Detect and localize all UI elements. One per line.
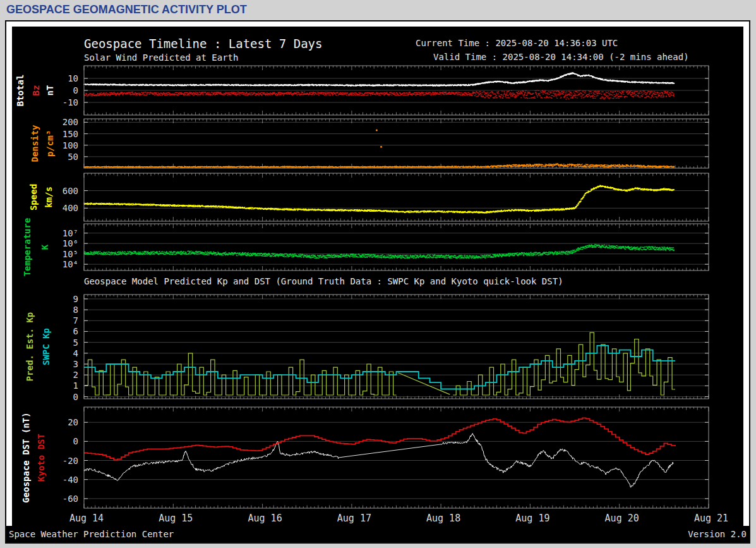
y-tick-label: 0 [73, 85, 78, 95]
y-tick-label: 10⁴ [63, 259, 78, 269]
y-tick-label: 20 [68, 417, 78, 427]
y-tick-label: -60 [63, 494, 78, 504]
y-tick-label: 6 [73, 326, 78, 336]
x-tick-label: Aug 15 [159, 513, 193, 524]
y-tick-label: 3 [73, 359, 78, 369]
y-tick-label: -20 [63, 456, 78, 466]
y-tick-label: 2 [73, 370, 78, 380]
y-tick-label: 0 [73, 392, 78, 402]
y-tick-label: 400 [63, 203, 78, 213]
section-title-kp-dst: Geospace Model Predicted Kp and DST (Gro… [84, 276, 563, 286]
panel-axis-label: SWPC Kp [41, 328, 51, 365]
panel-axis-label: Kyoto DST [36, 434, 46, 482]
x-tick-label: Aug 20 [605, 513, 639, 524]
y-tick-label: 10⁷ [63, 228, 78, 238]
footer-right: Version 2.0 [688, 529, 747, 539]
panel-axis-label: Geospace DST (nT) [21, 412, 31, 502]
panel-axis-label: Pred. Est. Kp [25, 312, 35, 382]
y-tick-label: 150 [63, 129, 78, 139]
panel-axis-label: Speed [28, 184, 39, 210]
x-tick-label: Aug 18 [426, 513, 460, 524]
plot-frame: 100-10BtotalBznT20015010050Densityp/cm³6… [5, 20, 750, 544]
y-tick-label: 100 [63, 140, 78, 150]
y-tick-label: 10⁶ [63, 238, 78, 248]
plot-title: Geospace Timeline : Latest 7 Days [84, 37, 323, 51]
valid-time: Valid Time : 2025-08-20 14:34:00 (-2 min… [433, 52, 689, 62]
y-tick-label: 7 [73, 315, 78, 326]
y-tick-label: -40 [63, 475, 78, 485]
panel-axis-label: Btotal [15, 75, 25, 107]
footer-left: Space Weather Prediction Center [9, 529, 174, 539]
panel-axis-label: K [40, 244, 50, 250]
y-tick-label: 8 [73, 305, 78, 315]
page-title: GEOSPACE GEOMAGNETIC ACTIVITY PLOT [0, 0, 756, 19]
panel-axis-label: Temperature [22, 218, 32, 277]
panel-axis-label: km/s [44, 186, 54, 208]
x-tick-label: Aug 16 [248, 513, 282, 524]
geospace-timeline-plot: 100-10BtotalBznT20015010050Densityp/cm³6… [6, 21, 749, 542]
page: GEOSPACE GEOMAGNETIC ACTIVITY PLOT 100-1… [0, 0, 756, 548]
y-tick-label: 5 [73, 338, 78, 348]
y-tick-label: 9 [73, 294, 78, 304]
x-tick-label: Aug 14 [69, 513, 104, 524]
panel-axis-label: p/cm³ [45, 130, 55, 157]
y-tick-label: -10 [63, 97, 78, 107]
panel-axis-label: nT [45, 85, 55, 96]
panel-axis-label: Density [30, 125, 40, 162]
subtitle-solar-wind: Solar Wind Predicted at Earth [84, 52, 238, 63]
x-tick-label: Aug 21 [694, 513, 728, 524]
x-tick-label: Aug 19 [515, 513, 549, 524]
y-tick-label: 10 [68, 73, 78, 83]
y-tick-label: 1 [73, 381, 78, 391]
y-tick-label: 200 [63, 117, 78, 127]
y-tick-label: 0 [73, 436, 78, 446]
y-tick-label: 10⁵ [63, 249, 78, 259]
current-time: Current Time : 2025-08-20 14:36:03 UTC [416, 38, 618, 48]
y-tick-label: 50 [68, 152, 78, 162]
panel-axis-label: Bz [31, 85, 41, 96]
y-tick-label: 4 [73, 348, 78, 358]
x-tick-label: Aug 17 [337, 513, 371, 524]
y-tick-label: 600 [63, 186, 78, 196]
